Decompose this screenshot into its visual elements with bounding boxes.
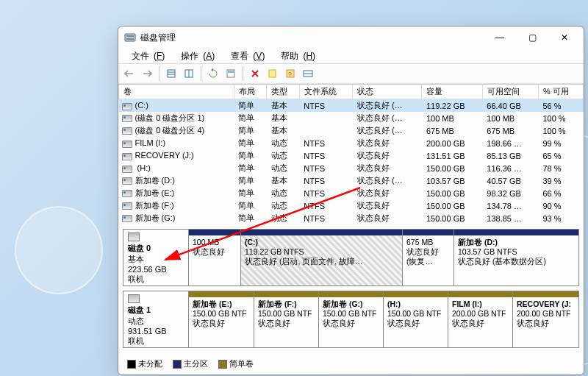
volume-list[interactable]: 卷布局类型文件系统状态容量可用空间% 可用 (C:)简单基本NTFS状态良好 (…	[118, 84, 584, 224]
view-list-icon[interactable]	[163, 65, 179, 82]
disk-header[interactable]: 磁盘 1动态931.51 GB联机	[123, 291, 189, 347]
legend: 未分配 主分区 简单卷	[123, 357, 579, 371]
disk-management-window: 磁盘管理 — ▢ ✕ 文件(F) 操作(A) 查看(V) 帮助(H) ? 卷布局…	[118, 26, 584, 375]
volume-row[interactable]: 新加卷 (D:)简单基本NTFS状态良好 (…103.57 GB40.57 GB…	[119, 174, 584, 187]
disk-icon	[128, 233, 140, 241]
svg-rect-2	[126, 38, 134, 40]
menu-view[interactable]: 查看(V)	[222, 49, 269, 63]
partition[interactable]: 新加卷 (G:)150.00 GB NTF状态良好	[318, 291, 383, 347]
disk-header[interactable]: 磁盘 0基本223.56 GB联机	[123, 230, 189, 285]
partition[interactable]: 新加卷 (D:)103.57 GB NTFS状态良好 (基本数据分区)	[453, 230, 578, 285]
partition[interactable]: (C:)119.22 GB NTFS状态良好 (启动, 页面文件, 故障…	[240, 230, 402, 285]
pane-icon[interactable]	[300, 65, 316, 82]
partition[interactable]: (H:)150.00 GB NTF状态良好	[383, 291, 448, 347]
drive-icon	[122, 177, 132, 185]
volume-row[interactable]: 新加卷 (F:)简单动态NTFS状态良好150.00 GB134.78 …90 …	[119, 199, 584, 212]
note-icon[interactable]	[265, 65, 281, 82]
disk-row: 磁盘 1动态931.51 GB联机新加卷 (E:)150.00 GB NTF状态…	[123, 291, 579, 348]
volume-row[interactable]: FILM (I:)简单动态NTFS状态良好200.00 GB198.66 …99…	[119, 137, 584, 149]
graphical-view: 磁盘 0基本223.56 GB联机100 MB状态良好(C:)119.22 GB…	[118, 224, 584, 375]
app-icon	[124, 32, 136, 43]
partition[interactable]: 100 MB状态良好	[189, 230, 240, 285]
partition[interactable]: 新加卷 (F:)150.00 GB NTF状态良好	[254, 291, 318, 347]
help-icon[interactable]: ?	[282, 65, 298, 82]
legend-unallocated: 未分配	[138, 359, 162, 368]
legend-primary: 主分区	[184, 359, 208, 368]
svg-rect-10	[269, 70, 276, 77]
drive-icon	[122, 215, 132, 222]
volume-row[interactable]: (H:)简单动态NTFS状态良好150.00 GB116.36 …78 %	[119, 162, 584, 174]
partition[interactable]: RECOVERY (J:200.00 GB NTF状态良好	[512, 291, 578, 347]
partition[interactable]: 新加卷 (E:)150.00 GB NTF状态良好	[189, 291, 254, 347]
svg-text:?: ?	[288, 71, 292, 78]
disk-row: 磁盘 0基本223.56 GB联机100 MB状态良好(C:)119.22 GB…	[123, 229, 579, 286]
drive-icon	[122, 153, 132, 160]
view-details-icon[interactable]	[181, 65, 197, 82]
col-header[interactable]: 可用空间	[482, 85, 538, 99]
drive-icon	[122, 103, 132, 110]
refresh-icon[interactable]	[205, 65, 221, 82]
volume-row[interactable]: 新加卷 (E:)简单动态NTFS状态良好150.00 GB98.32 GB66 …	[119, 187, 584, 199]
col-header[interactable]: 卷	[119, 85, 234, 99]
col-header[interactable]: % 可用	[538, 85, 583, 99]
col-header[interactable]: 状态	[353, 85, 422, 99]
drive-icon	[122, 166, 132, 173]
partition[interactable]: FILM (I:)200.00 GB NTF状态良好	[448, 291, 512, 347]
partition[interactable]: 675 MB状态良好 (恢复…	[402, 230, 453, 285]
drive-icon	[122, 115, 132, 122]
menu-file[interactable]: 文件(F)	[123, 49, 169, 63]
menu-action[interactable]: 操作(A)	[172, 49, 219, 63]
svg-rect-1	[126, 35, 134, 37]
properties-icon[interactable]	[223, 65, 239, 82]
volume-row[interactable]: (C:)简单基本NTFS状态良好 (…119.22 GB66.40 GB56 %	[119, 99, 584, 113]
volume-row[interactable]: 新加卷 (G:)简单动态NTFS状态良好150.00 GB138.85 …93 …	[119, 212, 584, 224]
col-header[interactable]: 文件系统	[299, 85, 353, 99]
volume-row[interactable]: (磁盘 0 磁盘分区 1)简单基本状态良好 (…100 MB100 MB100 …	[119, 112, 584, 124]
drive-icon	[122, 127, 132, 135]
svg-rect-3	[168, 70, 175, 77]
delete-icon[interactable]	[247, 65, 263, 82]
toolbar: ?	[118, 63, 584, 84]
volume-row[interactable]: (磁盘 0 磁盘分区 4)简单基本状态良好 (…675 MB675 MB100 …	[119, 124, 584, 137]
window-title: 磁盘管理	[140, 32, 484, 44]
disk-icon	[128, 294, 140, 303]
drive-icon	[122, 141, 132, 148]
drive-icon	[122, 190, 132, 197]
forward-button[interactable]	[139, 65, 155, 82]
minimize-button[interactable]: —	[484, 27, 516, 48]
svg-rect-9	[228, 71, 234, 73]
volume-row[interactable]: RECOVERY (J:)简单动态NTFS状态良好131.51 GB85.13 …	[119, 149, 584, 162]
col-header[interactable]: 布局	[234, 85, 267, 99]
menubar: 文件(F) 操作(A) 查看(V) 帮助(H)	[118, 49, 584, 63]
col-header[interactable]: 容量	[422, 85, 482, 99]
close-button[interactable]: ✕	[548, 27, 581, 48]
maximize-button[interactable]: ▢	[516, 27, 548, 48]
legend-simple: 简单卷	[229, 359, 254, 368]
col-header[interactable]: 类型	[267, 85, 300, 99]
menu-help[interactable]: 帮助(H)	[272, 49, 320, 63]
back-button[interactable]	[121, 65, 137, 82]
drive-icon	[122, 202, 132, 210]
titlebar[interactable]: 磁盘管理 — ▢ ✕	[118, 26, 584, 49]
svg-rect-0	[125, 34, 135, 41]
